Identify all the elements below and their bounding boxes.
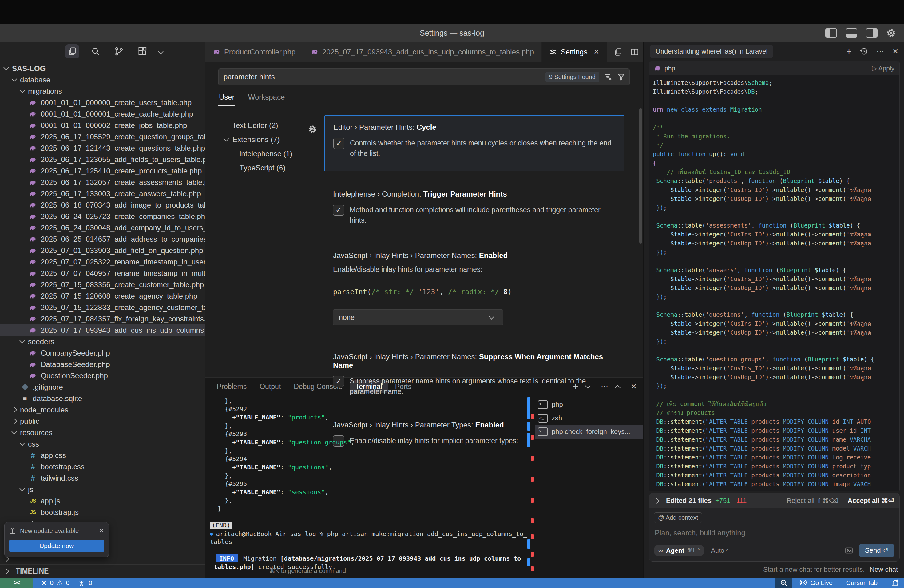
tree-item[interactable]: 2025_06_17_125410_create_products_table.… [0, 165, 205, 177]
split-editor-icon[interactable] [631, 47, 639, 56]
toggle-panel-icon[interactable] [846, 28, 857, 38]
remote-indicator[interactable]: >< [0, 577, 33, 588]
tab-settings[interactable]: Settings ✕ [542, 42, 607, 62]
settings-gear-icon[interactable] [886, 28, 896, 38]
panel-tab-output[interactable]: Output [254, 380, 286, 394]
tree-item[interactable]: #tailwind.css [0, 473, 205, 484]
toc-intelephense[interactable]: intelephense (1) [205, 147, 310, 161]
send-button[interactable]: Send ⏎ [859, 544, 895, 557]
more-actions-icon[interactable]: ⋯ [876, 47, 884, 56]
terminal-output[interactable]: ⌘K to generate a command }, {#5292 +"TAB… [205, 395, 527, 577]
toc-typescript[interactable]: TypeScript (6) [205, 161, 310, 175]
tree-item[interactable]: 0001_01_01_000002_create_jobs_table.php [0, 120, 205, 131]
tree-item[interactable]: public [0, 416, 205, 427]
tree-item[interactable]: CompanySeeder.php [0, 347, 205, 359]
toggle-secondary-sidebar-icon[interactable] [866, 28, 877, 38]
tree-item[interactable]: css [0, 438, 205, 450]
parameter-names-select[interactable]: none [333, 309, 503, 326]
timeline-section[interactable]: TIMELINE [0, 564, 205, 577]
tree-item[interactable]: 2025_07_17_084357_fix_foreign_key_constr… [0, 313, 205, 324]
tree-item[interactable]: 2025_07_15_120608_create_agency_table.ph… [0, 290, 205, 302]
close-icon[interactable]: ✕ [99, 527, 104, 535]
accept-all-button[interactable]: Accept all ⌘⏎ [848, 497, 894, 505]
tree-item[interactable]: 0001_01_01_000000_create_users_table.php [0, 97, 205, 108]
new-chat-icon[interactable]: + [846, 46, 852, 57]
tree-item[interactable]: #bootstrap.css [0, 461, 205, 473]
tree-item[interactable]: 0001_01_01_000001_create_cache_table.php [0, 108, 205, 120]
tree-item[interactable]: 2025_06_18_070343_add_image_to_products_… [0, 199, 205, 211]
filter-icon[interactable] [617, 73, 625, 81]
tree-item[interactable]: SAS-LOG [0, 63, 205, 74]
tree-item[interactable]: 2025_07_01_033903_add_field_on_question.… [0, 245, 205, 256]
clear-filters-icon[interactable] [604, 73, 612, 81]
panel-tab-problems[interactable]: Problems [211, 380, 252, 394]
tree-item[interactable]: 2025_06_17_123055_add_fields_to_users_ta… [0, 154, 205, 165]
checkbox-checked[interactable]: ✓ [333, 376, 344, 387]
tree-item[interactable]: node_modules [0, 404, 205, 416]
notifications-bell-icon[interactable] [884, 577, 904, 588]
tree-item[interactable]: 2025_07_17_093943_add_cus_ins_udp_column… [0, 324, 205, 336]
tab-migration-file[interactable]: 2025_07_17_093943_add_cus_ins_udp_column… [303, 42, 542, 62]
tree-item[interactable]: 2025_06_24_030048_add_company_id_to_user… [0, 222, 205, 234]
scope-tab-workspace[interactable]: Workspace [248, 89, 286, 106]
terminal-session-php[interactable]: >_php [535, 398, 643, 411]
tree-item[interactable]: 2025_06_17_132057_create_assessments_tab… [0, 177, 205, 188]
tree-item[interactable]: DatabaseSeeder.php [0, 359, 205, 370]
setting-gear-icon[interactable] [308, 125, 317, 134]
cursor-tab-indicator[interactable]: Cursor Tab [839, 577, 884, 588]
errors-icon[interactable]: ⊗ [41, 579, 47, 587]
ports-icon[interactable] [77, 579, 85, 587]
tree-item[interactable]: 2025_06_17_105529_create_question_groups… [0, 131, 205, 142]
tree-item[interactable]: 2025_06_25_014657_add_address_to_compani… [0, 234, 205, 245]
checkbox-checked[interactable]: ✓ [333, 138, 345, 149]
attach-image-icon[interactable] [845, 546, 853, 555]
source-control-icon[interactable] [112, 44, 126, 58]
tree-item[interactable]: ≡database.sqlite [0, 393, 205, 404]
add-context-chip[interactable]: @ Add context [654, 512, 702, 523]
chevron-down-icon[interactable] [158, 49, 163, 54]
extensions-icon[interactable] [135, 44, 149, 58]
toc-extensions[interactable]: Extensions (7) [205, 133, 310, 147]
update-now-button[interactable]: Update now [9, 540, 104, 552]
close-panel-icon[interactable]: ✕ [631, 382, 637, 391]
apply-button[interactable]: ▷ Apply [872, 65, 895, 72]
terminal-session-php[interactable]: >_php check_foreign_keys... [535, 425, 643, 439]
scrollbar-thumb[interactable] [639, 108, 642, 243]
tree-item[interactable]: 2025_07_15_122833_create_agency_customer… [0, 302, 205, 313]
tree-item[interactable]: 2025_06_17_121443_create_questions_table… [0, 142, 205, 154]
new-chat-link[interactable]: New chat [869, 566, 898, 574]
tree-item[interactable]: 2025_07_15_083356_create_customer_table.… [0, 279, 205, 290]
chat-input-box[interactable]: @ Add context Plan, search, build anythi… [649, 508, 899, 561]
agent-mode-selector[interactable]: ∞ Agent ⌘I ^ [654, 545, 704, 556]
terminal-session-zsh[interactable]: >_zsh [535, 411, 643, 425]
chat-tab-title[interactable]: Understanding whereHas() in Laravel [650, 44, 773, 58]
edited-files-bar[interactable]: Edited 21 files +751 -111 Reject all ⇧⌘⌫… [649, 493, 899, 508]
go-live-button[interactable]: Go Live [792, 577, 839, 588]
model-selector[interactable]: Auto ^ [711, 547, 729, 554]
tree-item[interactable]: JSbootstrap.js [0, 506, 205, 518]
explorer-icon[interactable] [65, 44, 79, 58]
tree-item[interactable]: 2025_06_17_133003_create_answers_table.p… [0, 188, 205, 199]
search-icon[interactable] [89, 44, 103, 58]
tree-item[interactable]: 2025_07_07_040957_rename_timestamp_in_mu… [0, 267, 205, 279]
zoom-indicator[interactable] [775, 577, 792, 588]
settings-search-input[interactable] [223, 72, 545, 82]
close-tab-icon[interactable]: ✕ [593, 48, 599, 56]
tree-item[interactable]: .gitignore [0, 381, 205, 393]
close-chat-icon[interactable]: ✕ [892, 47, 898, 56]
reject-all-button[interactable]: Reject all ⇧⌘⌫ [787, 497, 838, 505]
toggle-sidebar-icon[interactable] [825, 28, 837, 38]
tree-item[interactable]: resources [0, 427, 205, 438]
tree-item[interactable]: js [0, 484, 205, 495]
tree-item[interactable]: #app.css [0, 450, 205, 461]
tree-item[interactable]: seeders [0, 336, 205, 347]
toc-text-editor[interactable]: Text Editor (2) [205, 119, 310, 133]
tree-item[interactable]: JSapp.js [0, 495, 205, 506]
checkbox-checked[interactable]: ✓ [333, 204, 344, 216]
tree-item[interactable]: 2025_07_07_025322_rename_timestamp_in_us… [0, 256, 205, 267]
open-changes-icon[interactable] [614, 47, 622, 56]
tab-productcontroller[interactable]: ProductController.php [205, 42, 303, 62]
scope-tab-user[interactable]: User [218, 89, 235, 106]
tree-item[interactable]: 2025_06_24_025723_create_companies_table… [0, 211, 205, 222]
chat-history-icon[interactable] [860, 47, 868, 56]
